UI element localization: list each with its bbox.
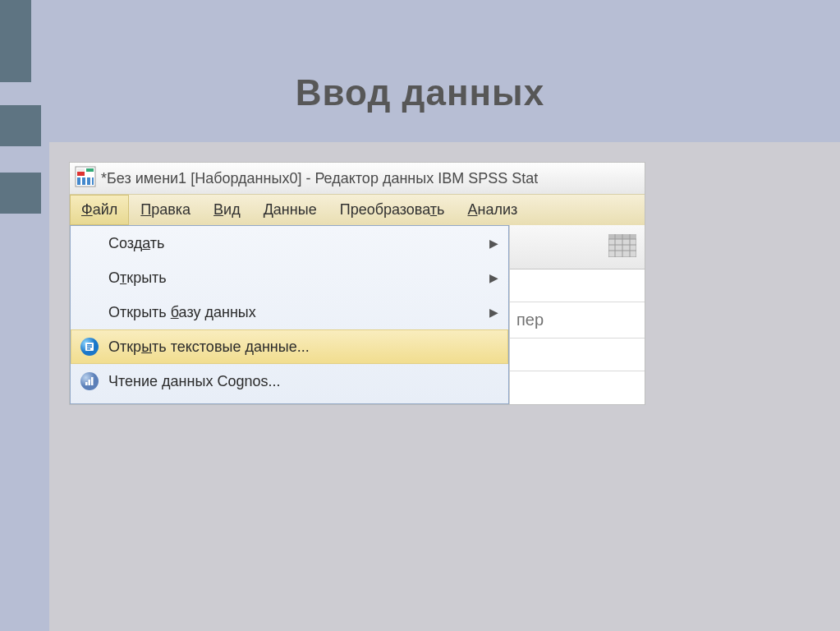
svg-rect-2 <box>77 168 85 172</box>
submenu-arrow-icon: ▶ <box>489 271 498 284</box>
menu-bar: Файл Правка Вид Данные Преобразовать Ана… <box>70 194 645 225</box>
svg-rect-4 <box>77 177 80 185</box>
grid-row <box>510 371 645 404</box>
menu-edit[interactable]: Правка <box>129 195 202 225</box>
toolbar-fragment <box>510 225 645 269</box>
menu-item-create[interactable]: Создать ▶ <box>71 226 508 260</box>
svg-rect-16 <box>91 377 94 385</box>
menu-view[interactable]: Вид <box>202 195 252 225</box>
spss-window: *Без имени1 [Наборданных0] - Редактор да… <box>69 162 645 405</box>
menu-item-label: Чтение данных Cognos... <box>108 373 498 390</box>
data-grid-fragment: пер <box>509 225 645 404</box>
svg-rect-5 <box>82 177 85 185</box>
svg-rect-12 <box>87 348 90 350</box>
menu-transform[interactable]: Преобразовать <box>328 195 457 225</box>
text-data-icon <box>79 336 100 357</box>
blank-icon <box>79 267 100 288</box>
grid-header-row <box>510 269 645 302</box>
menu-item-read-cognos[interactable]: Чтение данных Cognos... <box>71 364 508 398</box>
file-menu-dropdown: Создать ▶ Открыть ▶ Открыть базу данных … <box>70 225 509 404</box>
menu-item-open-database[interactable]: Открыть базу данных ▶ <box>71 295 508 329</box>
menu-item-open[interactable]: Открыть ▶ <box>71 260 508 295</box>
submenu-arrow-icon: ▶ <box>489 306 498 319</box>
menu-item-label: Открыть текстовые данные... <box>108 339 498 356</box>
grid-icon <box>608 234 636 260</box>
slide-decoration <box>0 0 31 82</box>
cognos-icon <box>79 371 100 392</box>
submenu-arrow-icon: ▶ <box>489 237 498 250</box>
svg-rect-11 <box>87 347 92 348</box>
svg-rect-6 <box>87 177 90 185</box>
svg-rect-3 <box>86 168 94 172</box>
menu-item-open-text-data[interactable]: Открыть текстовые данные... <box>71 329 508 364</box>
menu-item-label: Создать <box>108 235 481 252</box>
menu-data[interactable]: Данные <box>252 195 328 225</box>
blank-icon <box>79 233 100 254</box>
app-icon <box>75 166 96 191</box>
window-title: *Без имени1 [Наборданных0] - Редактор да… <box>101 170 538 187</box>
svg-rect-14 <box>85 382 88 385</box>
svg-rect-7 <box>92 177 94 185</box>
slide-decoration <box>0 105 41 146</box>
grid-row <box>510 339 645 371</box>
menu-analyze[interactable]: Анализ <box>456 195 529 225</box>
menu-file[interactable]: Файл <box>70 195 129 225</box>
slide-title: Ввод данных <box>0 0 840 113</box>
title-bar: *Без имени1 [Наборданных0] - Редактор да… <box>70 163 645 194</box>
grid-partial-cell: пер <box>510 302 645 339</box>
svg-rect-15 <box>89 380 91 385</box>
svg-rect-10 <box>87 344 92 346</box>
menu-item-label: Открыть <box>108 269 481 287</box>
slide-body: *Без имени1 [Наборданных0] - Редактор да… <box>49 138 840 631</box>
blank-icon <box>79 302 100 323</box>
slide-decoration <box>0 173 41 214</box>
work-area: Создать ▶ Открыть ▶ Открыть базу данных … <box>70 225 645 404</box>
menu-item-label: Открыть базу данных <box>108 304 481 321</box>
